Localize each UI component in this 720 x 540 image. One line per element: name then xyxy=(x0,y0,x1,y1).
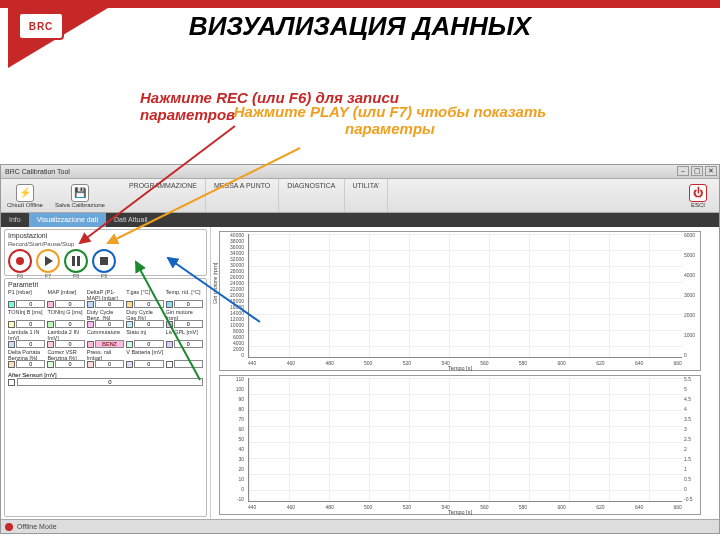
param-value: 0 xyxy=(55,340,84,348)
param-checkbox[interactable] xyxy=(8,321,15,328)
param-value: 0 xyxy=(16,360,45,368)
param-cell: DeltaP (P1-MAP) [mbar]0 xyxy=(87,290,124,308)
param-cell: Duty Cycle Gas [%]0 xyxy=(126,310,163,328)
param-label: Correz VSR Benzina [%] xyxy=(47,350,84,360)
tab-programmazione[interactable]: PROGRAMMAZIONE xyxy=(121,179,206,212)
param-value: 0 xyxy=(174,300,203,308)
param-checkbox[interactable] xyxy=(47,341,54,348)
param-checkbox[interactable] xyxy=(47,361,54,368)
chart-top[interactable]: Giri motore [rpm] 4000038000360003400032… xyxy=(219,231,701,371)
tab-messa-a-punto[interactable]: MESSA A PUNTO xyxy=(206,179,279,212)
param-checkbox[interactable] xyxy=(166,361,173,368)
param-value: BENZ xyxy=(95,340,124,348)
param-checkbox[interactable] xyxy=(47,321,54,328)
param-checkbox[interactable] xyxy=(126,361,133,368)
param-checkbox[interactable] xyxy=(126,301,133,308)
chart-bottom[interactable]: 1101009080706050403020100-10 5.554.543.5… xyxy=(219,375,701,515)
left-panel: Impostazioni Record/Start/Pause/Stop F6 … xyxy=(1,227,211,519)
toolbar-save[interactable]: 💾 Salva Calibrazione xyxy=(49,184,111,208)
param-checkbox[interactable] xyxy=(8,301,15,308)
param-value: 0 xyxy=(134,340,163,348)
param-checkbox[interactable] xyxy=(87,361,94,368)
min-button[interactable]: – xyxy=(677,166,689,176)
chart-top-xlabel: Tempo [s] xyxy=(448,365,472,371)
titlebar: BRC Calibration Tool – ▢ ✕ xyxy=(1,165,719,179)
param-cell xyxy=(166,350,203,368)
rec-f6-label: F6 xyxy=(17,273,23,279)
record-row-label: Record/Start/Pause/Stop xyxy=(8,241,203,247)
param-label: Lambda 1 IN [mV] xyxy=(8,330,45,340)
subtabs: Info Visualizzazione dati Dati Attuali xyxy=(1,213,719,227)
toolbar-offline[interactable]: ⚡ Chiudi Offline xyxy=(1,184,49,208)
param-checkbox[interactable] xyxy=(126,321,133,328)
subtab-visualizzazione[interactable]: Visualizzazione dati xyxy=(29,213,106,227)
after-sensor-checkbox[interactable] xyxy=(8,379,15,386)
param-cell: Press. rail [mbar]0 xyxy=(87,350,124,368)
toolbar-exit[interactable]: ⏻ ESCI xyxy=(683,184,713,208)
chart-bottom-yaxis-left: 1101009080706050403020100-10 xyxy=(216,376,244,502)
save-icon: 💾 xyxy=(71,184,89,202)
param-label: Commutatore xyxy=(87,330,124,340)
param-label: Delta Portata Benzina [%] xyxy=(8,350,45,360)
max-button[interactable]: ▢ xyxy=(691,166,703,176)
chart-top-grid xyxy=(248,234,682,358)
param-cell: Correz VSR Benzina [%]0 xyxy=(47,350,84,368)
after-sensor-row: After Sensori [mV] 0 xyxy=(8,372,203,386)
params-fieldset: Parametri P1 [mbar]0MAP [mbar]0DeltaP (P… xyxy=(4,278,207,517)
instruction-play: Нажмите PLAY (или F7) чтобы показать пар… xyxy=(210,104,570,137)
param-checkbox[interactable] xyxy=(87,341,94,348)
param-cell: TONInj G [ms]0 xyxy=(47,310,84,328)
charts-area: Giri motore [rpm] 4000038000360003400032… xyxy=(211,227,719,519)
param-label: Temp. rid. [°C] xyxy=(166,290,203,300)
param-label: Liv GPL [mV] xyxy=(166,330,203,340)
toolbar-save-label: Salva Calibrazione xyxy=(55,202,105,208)
param-value: 0 xyxy=(95,300,124,308)
rec-f9-label: F9 xyxy=(101,273,107,279)
rec-button[interactable]: F6 xyxy=(8,249,32,273)
subtab-info[interactable]: Info xyxy=(1,213,29,227)
after-sensor-value: 0 xyxy=(17,378,203,386)
param-value: 0 xyxy=(16,320,45,328)
param-checkbox[interactable] xyxy=(166,341,173,348)
param-label: Duty Cycle Gas [%] xyxy=(126,310,163,320)
param-label: MAP [mbar] xyxy=(47,290,84,300)
stop-button[interactable]: F9 xyxy=(92,249,116,273)
param-checkbox[interactable] xyxy=(87,321,94,328)
power-icon: ⏻ xyxy=(689,184,707,202)
tab-diagnostica[interactable]: DIAGNOSTICA xyxy=(279,179,344,212)
param-label: Duty Cycle Benz. [%] xyxy=(87,310,124,320)
plug-icon: ⚡ xyxy=(16,184,34,202)
param-cell: Temp. rid. [°C]0 xyxy=(166,290,203,308)
close-button[interactable]: ✕ xyxy=(705,166,717,176)
param-label: DeltaP (P1-MAP) [mbar] xyxy=(87,290,124,300)
param-checkbox[interactable] xyxy=(126,341,133,348)
pause-button[interactable]: F8 xyxy=(64,249,88,273)
param-checkbox[interactable] xyxy=(166,301,173,308)
param-cell: Giri motore [rpm]0 xyxy=(166,310,203,328)
app-window: BRC Calibration Tool – ▢ ✕ ⚡ Chiudi Offl… xyxy=(0,164,720,534)
param-value xyxy=(174,360,203,368)
param-value: 0 xyxy=(134,360,163,368)
param-checkbox[interactable] xyxy=(47,301,54,308)
play-button[interactable]: F7 xyxy=(36,249,60,273)
param-label: Press. rail [mbar] xyxy=(87,350,124,360)
chart-bottom-yaxis-right: 5.554.543.532.521.510.50-0.5 xyxy=(684,376,704,502)
param-cell: TONInj B [ms]0 xyxy=(8,310,45,328)
param-label: Stato inj xyxy=(126,330,163,340)
param-checkbox[interactable] xyxy=(8,361,15,368)
status-text: Offline Mode xyxy=(17,523,57,530)
tab-utilita[interactable]: UTILITA' xyxy=(345,179,389,212)
param-value: 0 xyxy=(95,360,124,368)
param-checkbox[interactable] xyxy=(8,341,15,348)
param-cell: MAP [mbar]0 xyxy=(47,290,84,308)
param-value: 0 xyxy=(55,300,84,308)
subtab-dati-attuali[interactable]: Dati Attuali xyxy=(106,213,155,227)
param-checkbox[interactable] xyxy=(87,301,94,308)
param-checkbox[interactable] xyxy=(166,321,173,328)
rec-f8-label: F8 xyxy=(73,273,79,279)
chart-bottom-grid xyxy=(248,378,682,502)
param-value: 0 xyxy=(134,320,163,328)
param-value: 0 xyxy=(174,340,203,348)
param-cell: Duty Cycle Benz. [%]0 xyxy=(87,310,124,328)
slide-title: ВИЗУАЛИЗАЦИЯ ДАННЫХ xyxy=(0,12,720,41)
